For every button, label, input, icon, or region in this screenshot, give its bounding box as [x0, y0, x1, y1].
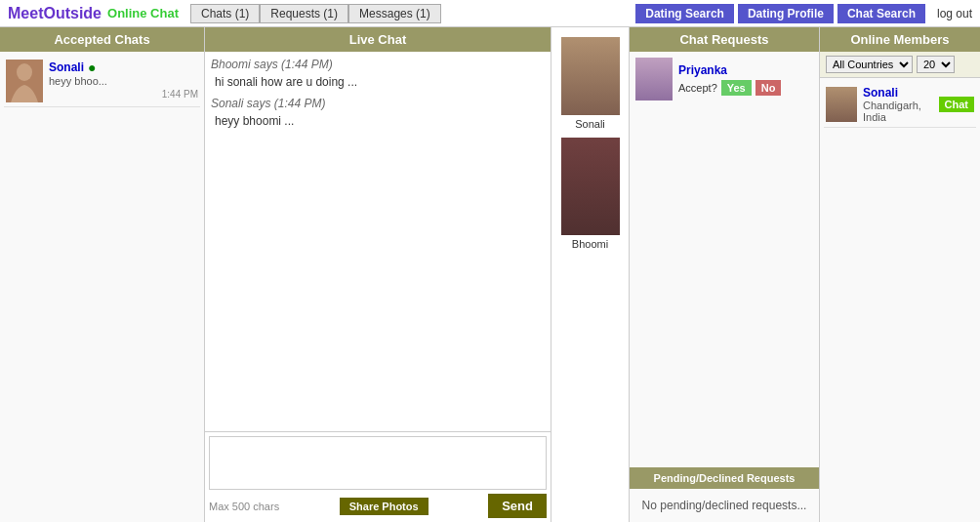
- accepted-chats-list: Sonali ● heyy bhoo... 1:44 PM: [0, 52, 204, 522]
- live-chat-panel: Live Chat Bhoomi says (1:44 PM) hi sonal…: [205, 27, 551, 522]
- svg-point-1: [17, 63, 32, 81]
- dating-profile-button[interactable]: Dating Profile: [738, 4, 834, 23]
- share-photos-button[interactable]: Share Photos: [340, 498, 429, 515]
- sender-name-2: Sonali: [211, 97, 243, 110]
- members-filters: All Countries 20: [820, 52, 980, 78]
- accepted-chats-panel: Accepted Chats Sonali ● heyy bhoo...: [0, 27, 205, 522]
- chat-preview: heyy bhoo...: [49, 75, 198, 87]
- chat-time: 1:44 PM: [49, 89, 198, 100]
- nav-tabs: Chats (1) Requests (1) Messages (1): [190, 4, 441, 23]
- participant-name-2: Bhoomi: [555, 238, 625, 250]
- tab-messages[interactable]: Messages (1): [348, 4, 441, 23]
- message-text-1: hi sonali how are u doing ...: [211, 75, 545, 89]
- chat-messages: Bhoomi says (1:44 PM) hi sonali how are …: [205, 52, 551, 432]
- member-name: Sonali: [863, 86, 933, 100]
- chat-input-area: Max 500 chars Share Photos Send: [205, 432, 551, 522]
- list-item: Sonali Chandigarh, India Chat: [824, 82, 976, 128]
- member-location: Chandigarh, India: [863, 100, 933, 123]
- accept-yes-button[interactable]: Yes: [721, 80, 752, 96]
- logo: MeetOutside: [8, 5, 102, 22]
- chat-requests-header: Chat Requests: [630, 27, 819, 52]
- accept-row: Accept? Yes No: [678, 80, 813, 96]
- request-info: Priyanka Accept? Yes No: [678, 63, 813, 96]
- requests-content: Priyanka Accept? Yes No: [630, 52, 819, 467]
- accept-label: Accept?: [678, 82, 717, 94]
- main-layout: Accepted Chats Sonali ● heyy bhoo...: [0, 27, 980, 522]
- message-sender-1: Bhoomi says (1:44 PM): [211, 58, 545, 71]
- live-chat-header: Live Chat: [205, 27, 551, 52]
- avatar: [561, 138, 620, 235]
- chat-participant-bhoomi[interactable]: Bhoomi: [555, 138, 625, 250]
- avatar: [561, 37, 620, 115]
- logout-link[interactable]: log out: [937, 7, 972, 20]
- message-sender-2: Sonali says (1:44 PM): [211, 97, 545, 110]
- tab-chats[interactable]: Chats (1): [190, 4, 260, 23]
- list-item: Priyanka Accept? Yes No: [635, 58, 813, 100]
- chat-user-name: Sonali: [49, 60, 84, 74]
- avatar: [826, 87, 857, 122]
- chat-participant-sonali[interactable]: Sonali: [555, 37, 625, 130]
- country-select[interactable]: All Countries: [826, 56, 913, 73]
- members-list: Sonali Chandigarh, India Chat: [820, 78, 980, 522]
- list-item[interactable]: Sonali ● heyy bhoo... 1:44 PM: [4, 56, 200, 107]
- sender-label-1: says (1:44 PM): [254, 58, 333, 71]
- message-text-2: heyy bhoomi ...: [211, 114, 545, 128]
- online-indicator: ●: [88, 60, 96, 75]
- chat-bottom-bar: Max 500 chars Share Photos Send: [209, 494, 547, 518]
- pending-declined-header: Pending/Declined Requests: [630, 467, 819, 489]
- pending-text: No pending/declined requests...: [642, 499, 807, 512]
- accept-no-button[interactable]: No: [755, 80, 782, 96]
- header: MeetOutside Online Chat Chats (1) Reques…: [0, 0, 980, 27]
- chat-input[interactable]: [209, 436, 547, 490]
- max-chars-label: Max 500 chars: [209, 501, 279, 512]
- count-select[interactable]: 20: [917, 56, 955, 73]
- sender-name-1: Bhoomi: [211, 58, 251, 71]
- online-members-header: Online Members: [820, 27, 980, 52]
- tab-requests[interactable]: Requests (1): [260, 4, 348, 23]
- avatar: [635, 58, 673, 100]
- participant-name-1: Sonali: [555, 118, 625, 130]
- online-members-panel: Online Members All Countries 20 Sonali C…: [820, 27, 980, 522]
- member-info: Sonali Chandigarh, India: [863, 86, 933, 123]
- avatar: [6, 60, 43, 102]
- sender-label-2: says (1:44 PM): [247, 97, 326, 110]
- online-chat-label: Online Chat: [107, 6, 179, 20]
- request-name: Priyanka: [678, 63, 813, 77]
- member-chat-button[interactable]: Chat: [939, 97, 974, 112]
- header-right: Dating Search Dating Profile Chat Search…: [635, 4, 972, 23]
- chat-requests-panel: Chat Requests Priyanka Accept? Yes No Pe…: [630, 27, 820, 522]
- chat-users-panel: Sonali Bhoomi: [551, 27, 630, 522]
- dating-search-button[interactable]: Dating Search: [635, 4, 734, 23]
- accepted-chats-header: Accepted Chats: [0, 27, 204, 52]
- pending-content: No pending/declined requests...: [630, 489, 819, 522]
- chat-search-button[interactable]: Chat Search: [837, 4, 925, 23]
- chat-user-info: Sonali ● heyy bhoo... 1:44 PM: [49, 60, 198, 100]
- send-button[interactable]: Send: [488, 494, 547, 518]
